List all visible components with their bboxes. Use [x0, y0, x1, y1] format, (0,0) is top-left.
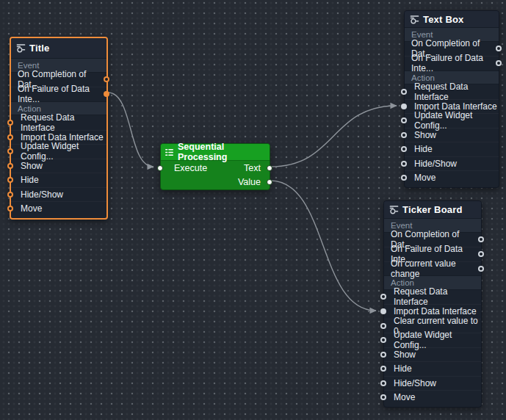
- port-row: Value: [161, 175, 270, 190]
- port-label: Show: [21, 161, 43, 171]
- port-label: Show: [414, 130, 436, 140]
- node-header[interactable]: Ticker Board: [384, 201, 481, 218]
- input-port[interactable]: [380, 308, 386, 314]
- port-row: Hide/Show: [405, 156, 499, 171]
- port-row: Move: [384, 390, 481, 405]
- node-text-box[interactable]: Text BoxEventOn Completion of Dat...On F…: [404, 10, 499, 188]
- input-port[interactable]: [401, 104, 407, 109]
- input-port[interactable]: [7, 192, 13, 198]
- node-header[interactable]: Text Box: [405, 11, 499, 27]
- node-title: Title: [29, 43, 50, 54]
- node-title: Text Box: [423, 14, 464, 25]
- node-ticker-board[interactable]: Ticker BoardEventOn Completion of Dat...…: [383, 200, 482, 408]
- port-label: Hide/Show: [394, 378, 436, 388]
- port-row: Update Widget Config...: [11, 144, 106, 159]
- port-label: Hide/Show: [414, 159, 457, 169]
- output-port[interactable]: [478, 251, 484, 257]
- node-title[interactable]: TitleEventOn Completion of Dat...On Fail…: [10, 37, 108, 220]
- input-port[interactable]: [380, 394, 386, 400]
- connection-wire[interactable]: [108, 93, 153, 167]
- port-row: Show: [11, 159, 106, 173]
- port-label: Text: [244, 163, 261, 173]
- port-label: Value: [238, 177, 261, 187]
- input-port[interactable]: [401, 175, 407, 181]
- widget-icon: [410, 15, 419, 24]
- port-row: Hide/Show: [11, 187, 106, 202]
- port-row: Hide: [11, 173, 106, 187]
- input-port[interactable]: [7, 120, 13, 126]
- list-icon: [165, 148, 174, 157]
- port-label: On Failure of Data Inte...: [411, 53, 499, 73]
- node-editor-canvas[interactable]: TitleEventOn Completion of Dat...On Fail…: [0, 0, 506, 420]
- input-port[interactable]: [401, 161, 407, 167]
- output-port[interactable]: [496, 60, 502, 66]
- input-port[interactable]: [401, 146, 407, 152]
- port-label: Hide: [21, 175, 39, 185]
- port-row: Move: [405, 170, 499, 185]
- output-port[interactable]: [478, 236, 484, 242]
- node-header[interactable]: Sequential Processing: [161, 144, 270, 161]
- port-row: On current value change: [384, 261, 481, 276]
- port-label: Execute: [174, 163, 207, 173]
- input-port[interactable]: [401, 117, 407, 123]
- widget-icon: [16, 43, 26, 53]
- port-label: Move: [394, 392, 415, 402]
- input-port[interactable]: [380, 352, 386, 358]
- port-row: On Failure of Data Inte...: [405, 56, 499, 70]
- input-port[interactable]: [380, 380, 386, 386]
- input-port[interactable]: [401, 89, 407, 95]
- port-label: Move: [21, 203, 42, 214]
- input-port[interactable]: [7, 206, 13, 211]
- input-port[interactable]: [380, 366, 386, 372]
- port-row: Show: [384, 347, 481, 362]
- node-sequential-processing[interactable]: Sequential ProcessingExecuteTextValue: [160, 143, 270, 190]
- output-port[interactable]: [267, 179, 272, 185]
- input-port[interactable]: [7, 163, 13, 169]
- connection-wire[interactable]: [270, 181, 376, 311]
- input-port[interactable]: [7, 134, 13, 140]
- output-port[interactable]: [267, 165, 272, 171]
- node-title: Sequential Processing: [178, 142, 266, 162]
- widget-icon: [389, 205, 399, 214]
- port-row: Hide: [384, 361, 481, 376]
- port-row: Hide/Show: [384, 376, 481, 391]
- input-port[interactable]: [380, 337, 386, 343]
- port-row: Request Data Interface: [405, 84, 499, 99]
- port-label: On Failure of Data Inte...: [18, 84, 106, 104]
- port-row: ExecuteText: [161, 161, 270, 175]
- node-title: Ticker Board: [402, 204, 463, 215]
- output-port[interactable]: [496, 46, 502, 51]
- input-port[interactable]: [7, 177, 13, 183]
- node-header[interactable]: Title: [11, 38, 106, 58]
- output-port[interactable]: [104, 91, 109, 97]
- port-label: Show: [394, 350, 416, 360]
- port-label: Move: [414, 173, 435, 183]
- port-row: Move: [11, 201, 106, 216]
- output-port[interactable]: [104, 76, 109, 82]
- input-port[interactable]: [7, 148, 13, 154]
- input-port[interactable]: [380, 323, 386, 329]
- port-label: Hide: [394, 363, 412, 374]
- port-label: Hide/Show: [21, 189, 63, 200]
- port-row: Hide: [405, 142, 499, 156]
- output-port[interactable]: [478, 266, 484, 272]
- port-row: Request Data Interface: [384, 290, 481, 305]
- connection-wire[interactable]: [270, 106, 397, 167]
- input-port[interactable]: [380, 294, 386, 300]
- port-row: Request Data Interface: [11, 115, 106, 130]
- input-port[interactable]: [157, 165, 163, 171]
- port-row: Show: [405, 128, 499, 142]
- input-port[interactable]: [401, 132, 407, 138]
- port-row: Update Widget Config...: [405, 113, 499, 128]
- port-label: On current value change: [391, 258, 481, 279]
- port-row: Update Widget Config...: [384, 333, 481, 347]
- port-label: Hide: [414, 144, 433, 154]
- port-row: On Failure of Data Inte...: [11, 87, 106, 101]
